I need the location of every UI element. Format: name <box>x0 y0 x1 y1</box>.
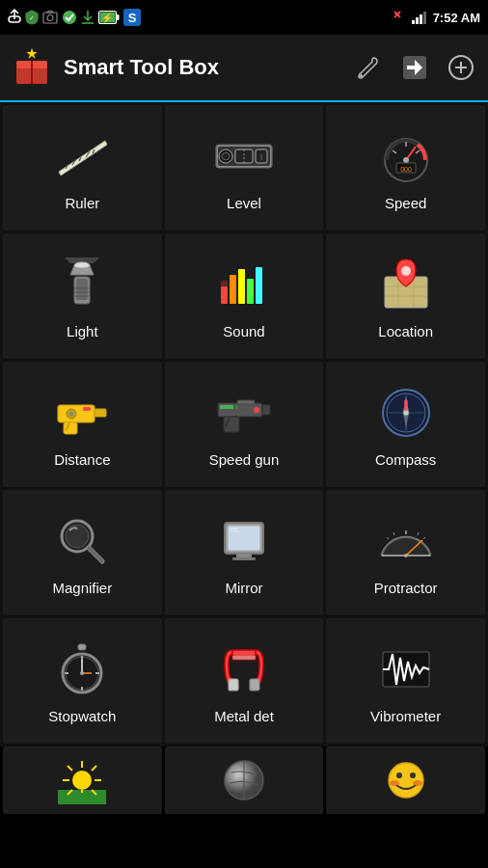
vibrometer-label: Vibrometer <box>370 708 441 724</box>
protractor-label: Protractor <box>374 580 438 596</box>
svg-rect-13 <box>412 20 415 24</box>
svg-point-143 <box>413 780 422 786</box>
level-icon <box>213 125 275 187</box>
check-icon <box>62 10 77 25</box>
download-icon <box>81 10 95 25</box>
svg-rect-70 <box>95 409 106 417</box>
svg-rect-121 <box>229 679 238 691</box>
svg-line-132 <box>68 766 72 771</box>
bottom-tool-mask[interactable] <box>326 746 485 814</box>
tool-level[interactable]: Level <box>165 105 324 231</box>
svg-rect-59 <box>230 275 236 304</box>
svg-text:N: N <box>403 399 407 405</box>
svg-point-68 <box>401 266 411 276</box>
location-icon <box>375 254 437 315</box>
distance-icon <box>51 382 113 444</box>
ruler-label: Ruler <box>65 195 99 211</box>
svg-point-46 <box>403 157 409 163</box>
tool-mirror[interactable]: Mirror <box>165 490 324 615</box>
protractor-icon <box>375 510 437 572</box>
bottom-tool-sun[interactable] <box>3 746 162 814</box>
svg-rect-16 <box>423 12 426 24</box>
app-logo <box>12 47 52 88</box>
svg-rect-76 <box>262 405 270 415</box>
ruler-icon <box>51 125 113 187</box>
tool-ruler[interactable]: Ruler <box>3 105 162 231</box>
svg-text:✓: ✓ <box>29 14 35 21</box>
bottom-row <box>0 746 488 817</box>
svg-rect-122 <box>250 679 259 691</box>
svg-line-103 <box>387 537 389 539</box>
tool-protractor[interactable]: Protractor <box>326 490 485 615</box>
status-time-area: 7:52 AM <box>393 10 480 25</box>
svg-rect-74 <box>83 407 91 411</box>
svg-rect-58 <box>221 281 228 286</box>
svg-line-134 <box>92 766 96 771</box>
svg-rect-95 <box>228 526 260 551</box>
svg-point-127 <box>72 771 92 790</box>
tool-vibrometer[interactable]: Vibrometer <box>326 618 485 744</box>
mask-icon <box>384 758 428 802</box>
sound-label: Sound <box>223 323 264 339</box>
svg-text:000: 000 <box>400 166 412 173</box>
compass-icon: N <box>375 382 437 444</box>
svg-line-104 <box>423 537 425 539</box>
svg-marker-27 <box>59 141 107 176</box>
shield-icon: ✓ <box>25 10 39 25</box>
metal-det-icon <box>213 638 275 700</box>
location-label: Location <box>378 323 433 339</box>
svg-line-106 <box>418 532 419 535</box>
battery-icon: ⚡ <box>98 11 120 24</box>
tool-light[interactable]: Light <box>3 233 162 359</box>
ball-icon <box>222 758 266 802</box>
bottom-tool-ball[interactable] <box>165 746 324 814</box>
tool-stopwatch[interactable]: Stopwatch <box>3 618 162 744</box>
svg-rect-6 <box>117 14 120 20</box>
s-app-icon: S <box>123 9 141 26</box>
sound-icon <box>213 254 275 315</box>
svg-point-80 <box>254 407 259 413</box>
speed-icon: 000 <box>375 125 437 187</box>
mirror-label: Mirror <box>225 580 262 596</box>
svg-point-141 <box>410 773 416 778</box>
tool-compass[interactable]: N Compass <box>326 362 485 487</box>
tool-magnifier[interactable]: Magnifier <box>3 490 162 615</box>
app-bar: Smart Tool Box <box>0 35 488 102</box>
app-bar-actions <box>353 52 476 83</box>
svg-point-21 <box>360 74 363 77</box>
stopwatch-label: Stopwatch <box>48 708 116 724</box>
svg-rect-78 <box>220 405 233 409</box>
light-label: Light <box>67 323 98 339</box>
tool-distance[interactable]: Distance <box>3 362 162 487</box>
speed-label: Speed <box>385 195 426 211</box>
svg-rect-61 <box>247 279 254 304</box>
tool-sound[interactable]: Sound <box>165 233 324 359</box>
stopwatch-icon <box>51 638 113 700</box>
tool-metal-det[interactable]: Metal det <box>165 618 324 744</box>
photo-icon <box>42 11 58 24</box>
magnifier-icon <box>51 510 113 572</box>
magnifier-label: Magnifier <box>52 580 112 596</box>
tool-speed-gun[interactable]: Speed gun <box>165 362 324 487</box>
app-title: Smart Tool Box <box>64 55 353 80</box>
svg-rect-15 <box>420 14 422 24</box>
svg-rect-81 <box>237 400 255 404</box>
wrench-icon[interactable] <box>353 52 384 83</box>
sun-icon <box>58 756 106 804</box>
speed-gun-label: Speed gun <box>209 451 280 468</box>
no-signal-icon <box>393 10 408 25</box>
svg-rect-57 <box>221 286 228 304</box>
vibrometer-icon <box>375 638 437 700</box>
tool-location[interactable]: Location <box>326 233 485 359</box>
svg-text:⚡: ⚡ <box>101 12 114 24</box>
time-display: 7:52 AM <box>433 11 480 25</box>
status-icons-left: ✓ ⚡ S <box>8 9 141 26</box>
svg-point-2 <box>47 15 53 21</box>
light-icon <box>51 254 113 315</box>
tool-speed[interactable]: 000 Speed <box>326 105 485 231</box>
navigate-icon[interactable] <box>399 52 430 83</box>
svg-point-73 <box>69 411 74 416</box>
compass-label: Compass <box>375 451 436 468</box>
svg-rect-37 <box>235 149 253 163</box>
add-icon[interactable] <box>446 52 476 83</box>
